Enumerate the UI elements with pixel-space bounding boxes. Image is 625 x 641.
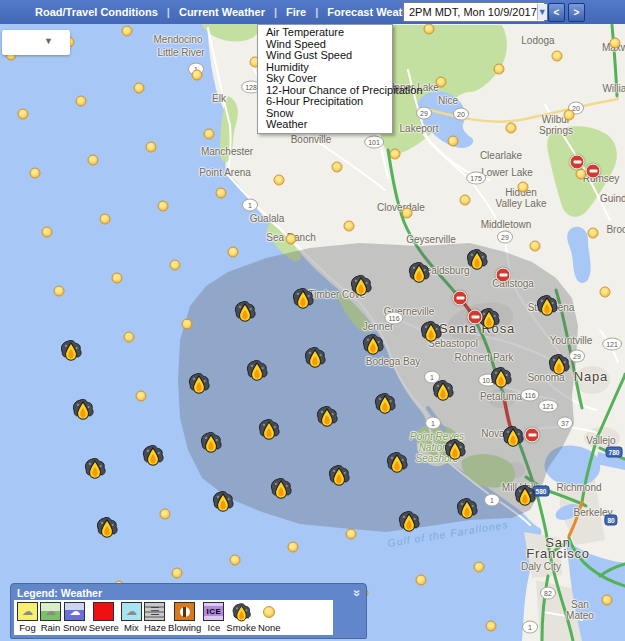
weather-marker-smoke[interactable] <box>83 456 107 480</box>
weather-marker-none[interactable] <box>122 26 133 37</box>
weather-marker-none[interactable] <box>486 621 497 632</box>
weather-marker-none[interactable] <box>402 208 413 219</box>
weather-marker-smoke[interactable] <box>349 273 373 297</box>
weather-marker-none[interactable] <box>230 555 241 566</box>
weather-marker-none[interactable] <box>76 96 87 107</box>
weather-marker-none[interactable] <box>552 51 563 62</box>
nav-item-fire[interactable]: Fire <box>277 6 315 18</box>
weather-marker-none[interactable] <box>216 188 227 199</box>
road-closure-marker[interactable] <box>468 310 483 325</box>
weather-marker-smoke[interactable] <box>303 345 327 369</box>
weather-marker-smoke[interactable] <box>361 332 385 356</box>
menu-item-6-hour-precipitation[interactable]: 6-Hour Precipitation <box>258 96 392 108</box>
weather-marker-smoke[interactable] <box>315 404 339 428</box>
road-closure-marker[interactable] <box>586 164 601 179</box>
weather-marker-none[interactable] <box>192 70 203 81</box>
weather-marker-smoke[interactable] <box>373 391 397 415</box>
weather-marker-smoke[interactable] <box>59 338 83 362</box>
weather-marker-smoke[interactable] <box>245 358 269 382</box>
road-closure-marker[interactable] <box>570 155 585 170</box>
weather-marker-none[interactable] <box>346 529 357 540</box>
weather-marker-smoke[interactable] <box>141 443 165 467</box>
menu-item-wind-gust-speed[interactable]: Wind Gust Speed <box>258 50 392 62</box>
weather-marker-smoke[interactable] <box>95 515 119 539</box>
weather-marker-none[interactable] <box>600 287 611 298</box>
weather-marker-none[interactable] <box>274 175 285 186</box>
weather-marker-smoke[interactable] <box>257 417 281 441</box>
weather-marker-smoke[interactable] <box>455 496 479 520</box>
weather-marker-none[interactable] <box>182 319 193 330</box>
weather-marker-smoke[interactable] <box>419 319 443 343</box>
weather-marker-none[interactable] <box>344 221 355 232</box>
weather-marker-smoke[interactable] <box>71 397 95 421</box>
weather-marker-none[interactable] <box>124 332 135 343</box>
weather-marker-smoke[interactable] <box>407 260 431 284</box>
weather-marker-smoke[interactable] <box>327 463 351 487</box>
weather-marker-none[interactable] <box>88 155 99 166</box>
weather-marker-none[interactable] <box>112 273 123 284</box>
nav-item-road-travel-conditions[interactable]: Road/Travel Conditions <box>26 6 167 18</box>
road-closure-marker[interactable] <box>496 268 511 283</box>
weather-marker-none[interactable] <box>588 228 599 239</box>
weather-marker-none[interactable] <box>436 77 447 88</box>
legend-item-blowing: Blowing <box>168 602 201 633</box>
weather-marker-none[interactable] <box>170 260 181 271</box>
weather-marker-smoke[interactable] <box>397 509 421 533</box>
previous-time-button[interactable]: < <box>548 3 565 22</box>
weather-marker-smoke[interactable] <box>489 365 513 389</box>
weather-marker-none[interactable] <box>146 142 157 153</box>
weather-marker-smoke[interactable] <box>513 483 537 507</box>
weather-marker-none[interactable] <box>54 286 65 297</box>
weather-marker-none[interactable] <box>160 509 171 520</box>
weather-marker-none[interactable] <box>460 195 471 206</box>
weather-marker-smoke[interactable] <box>233 299 257 323</box>
weather-marker-none[interactable] <box>136 391 147 402</box>
weather-marker-none[interactable] <box>158 201 169 212</box>
weather-marker-none[interactable] <box>494 64 505 75</box>
weather-marker-none[interactable] <box>602 595 613 606</box>
weather-marker-none[interactable] <box>42 227 53 238</box>
map-type-selector[interactable]: ▼ <box>2 30 70 55</box>
weather-marker-none[interactable] <box>228 247 239 258</box>
menu-item-air-temperature[interactable]: Air Temperature <box>258 27 392 39</box>
weather-marker-none[interactable] <box>518 182 529 193</box>
weather-marker-none[interactable] <box>30 168 41 179</box>
weather-marker-none[interactable] <box>204 129 215 140</box>
weather-marker-none[interactable] <box>134 83 145 94</box>
weather-marker-smoke[interactable] <box>547 352 571 376</box>
nav-item-current-weather[interactable]: Current Weather <box>170 6 274 18</box>
weather-marker-smoke[interactable] <box>269 476 293 500</box>
weather-marker-smoke[interactable] <box>211 489 235 513</box>
weather-marker-none[interactable] <box>506 123 517 134</box>
weather-marker-smoke[interactable] <box>187 371 211 395</box>
weather-marker-none[interactable] <box>416 575 427 586</box>
menu-item-sky-cover[interactable]: Sky Cover <box>258 73 392 85</box>
weather-marker-smoke[interactable] <box>535 293 559 317</box>
weather-marker-none[interactable] <box>448 136 459 147</box>
datetime-select[interactable]: 2PM MDT, Mon 10/9/2017 ▼ <box>403 2 545 22</box>
weather-marker-none[interactable] <box>610 38 621 49</box>
weather-marker-none[interactable] <box>286 234 297 245</box>
weather-marker-smoke[interactable] <box>199 430 223 454</box>
road-closure-marker[interactable] <box>525 428 540 443</box>
weather-marker-none[interactable] <box>424 24 435 35</box>
weather-marker-smoke[interactable] <box>465 247 489 271</box>
weather-marker-smoke[interactable] <box>385 450 409 474</box>
weather-marker-smoke[interactable] <box>291 286 315 310</box>
weather-marker-none[interactable] <box>172 568 183 579</box>
weather-marker-none[interactable] <box>390 149 401 160</box>
road-closure-marker[interactable] <box>453 291 468 306</box>
legend-collapse-chevron-icon[interactable]: » <box>351 589 361 596</box>
next-time-button[interactable]: > <box>568 3 585 22</box>
weather-marker-none[interactable] <box>332 162 343 173</box>
weather-marker-none[interactable] <box>18 109 29 120</box>
weather-marker-smoke[interactable] <box>443 437 467 461</box>
weather-marker-none[interactable] <box>474 562 485 573</box>
menu-item-weather[interactable]: Weather <box>258 119 392 131</box>
weather-marker-none[interactable] <box>100 214 111 225</box>
weather-marker-smoke[interactable] <box>431 378 455 402</box>
weather-marker-smoke[interactable] <box>501 424 525 448</box>
weather-marker-none[interactable] <box>564 110 575 121</box>
weather-marker-none[interactable] <box>530 241 541 252</box>
weather-marker-none[interactable] <box>288 542 299 553</box>
